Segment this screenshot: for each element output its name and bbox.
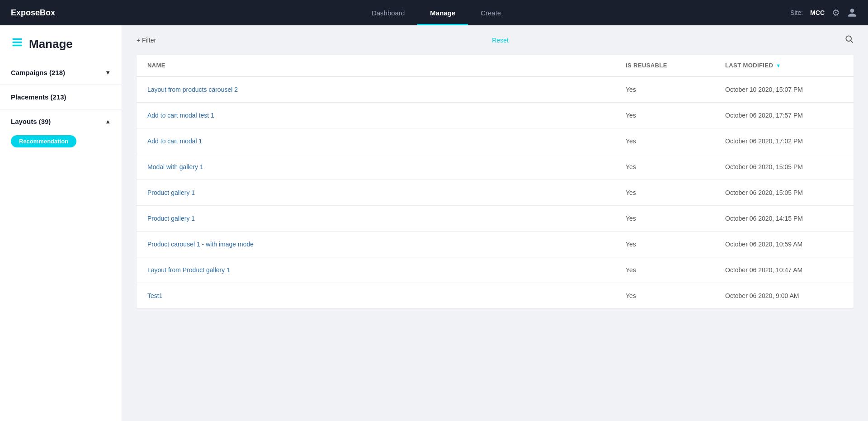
- manage-icon: [11, 36, 24, 52]
- svg-rect-0: [13, 38, 22, 40]
- row-modified: October 06 2020, 17:57 PM: [725, 112, 843, 119]
- row-reusable: Yes: [626, 266, 725, 274]
- nav-dashboard[interactable]: Dashboard: [359, 0, 417, 25]
- row-modified: October 06 2020, 15:05 PM: [725, 189, 843, 196]
- row-reusable: Yes: [626, 292, 725, 299]
- table-row[interactable]: Layout from products carousel 2 Yes Octo…: [137, 77, 854, 103]
- row-modified: October 06 2020, 15:05 PM: [725, 163, 843, 170]
- brand-logo[interactable]: ExposeBox: [11, 8, 55, 18]
- svg-line-4: [851, 41, 853, 43]
- layouts-title: Layouts (39): [11, 118, 51, 125]
- table-row[interactable]: Product gallery 1 Yes October 06 2020, 1…: [137, 206, 854, 232]
- page-title: Manage: [29, 37, 73, 51]
- row-modified: October 06 2020, 14:15 PM: [725, 215, 843, 222]
- recommendation-badge[interactable]: Recommendation: [11, 135, 76, 147]
- th-modified-label: Last modified: [725, 62, 773, 69]
- row-name[interactable]: Layout from Product gallery 1: [147, 266, 626, 274]
- filter-reset-button[interactable]: Reset: [492, 37, 509, 44]
- settings-icon[interactable]: ⚙: [832, 7, 840, 18]
- site-label: Site:: [790, 9, 803, 16]
- table-row[interactable]: Product gallery 1 Yes October 06 2020, 1…: [137, 180, 854, 206]
- table-row[interactable]: Add to cart modal test 1 Yes October 06 …: [137, 103, 854, 128]
- row-modified: October 10 2020, 15:07 PM: [725, 86, 843, 93]
- filter-left: + Filter: [137, 37, 156, 44]
- svg-rect-2: [13, 45, 22, 47]
- row-reusable: Yes: [626, 241, 725, 248]
- table-row[interactable]: Modal with gallery 1 Yes October 06 2020…: [137, 154, 854, 180]
- table-row[interactable]: Product carousel 1 - with image mode Yes…: [137, 232, 854, 257]
- placements-title: Placements (213): [11, 93, 66, 101]
- th-modified[interactable]: Last modified ▼: [725, 62, 843, 69]
- table-row[interactable]: Test1 Yes October 06 2020, 9:00 AM: [137, 283, 854, 308]
- page-layout: Manage Campaigns (218) ▼ Placements (213…: [0, 25, 868, 421]
- row-reusable: Yes: [626, 163, 725, 170]
- campaigns-header[interactable]: Campaigns (218) ▼: [0, 62, 122, 83]
- table-header: Name Is Reusable Last modified ▼: [137, 55, 854, 77]
- filter-bar: + Filter Reset: [137, 34, 854, 46]
- search-icon[interactable]: [844, 34, 854, 46]
- placements-section: Placements (213): [0, 87, 122, 107]
- row-name[interactable]: Product carousel 1 - with image mode: [147, 241, 626, 248]
- layouts-chevron: ▲: [105, 118, 111, 125]
- placements-header[interactable]: Placements (213): [0, 87, 122, 107]
- row-reusable: Yes: [626, 86, 725, 93]
- sidebar-title-area: Manage: [0, 36, 122, 62]
- th-reusable: Is Reusable: [626, 62, 725, 69]
- table-row[interactable]: Add to cart modal 1 Yes October 06 2020,…: [137, 128, 854, 154]
- row-reusable: Yes: [626, 137, 725, 145]
- layouts-table: Name Is Reusable Last modified ▼ Layout …: [137, 55, 854, 308]
- site-name: MCC: [810, 9, 825, 16]
- layouts-header[interactable]: Layouts (39) ▲: [0, 111, 122, 132]
- top-navigation: ExposeBox Dashboard Manage Create Site: …: [0, 0, 868, 25]
- topnav-right: Site: MCC ⚙: [790, 7, 857, 18]
- row-name[interactable]: Product gallery 1: [147, 215, 626, 222]
- row-reusable: Yes: [626, 112, 725, 119]
- row-reusable: Yes: [626, 189, 725, 196]
- nav-create[interactable]: Create: [468, 0, 514, 25]
- nav-links: Dashboard Manage Create: [82, 0, 790, 25]
- campaigns-section: Campaigns (218) ▼: [0, 62, 122, 83]
- table-row[interactable]: Layout from Product gallery 1 Yes Octobe…: [137, 257, 854, 283]
- row-name[interactable]: Add to cart modal test 1: [147, 112, 626, 119]
- nav-manage[interactable]: Manage: [417, 0, 468, 25]
- row-name[interactable]: Layout from products carousel 2: [147, 86, 626, 93]
- sort-arrow-icon: ▼: [776, 63, 781, 68]
- row-name[interactable]: Modal with gallery 1: [147, 163, 626, 170]
- svg-point-3: [846, 36, 851, 41]
- campaigns-title: Campaigns (218): [11, 69, 65, 76]
- user-icon[interactable]: [847, 8, 857, 18]
- divider-2: [0, 109, 122, 109]
- svg-rect-1: [13, 42, 22, 43]
- row-name[interactable]: Product gallery 1: [147, 189, 626, 196]
- row-modified: October 06 2020, 10:59 AM: [725, 241, 843, 248]
- row-name[interactable]: Add to cart modal 1: [147, 137, 626, 145]
- campaigns-chevron: ▼: [105, 69, 111, 76]
- layouts-section: Layouts (39) ▲ Recommendation: [0, 111, 122, 153]
- sidebar: Manage Campaigns (218) ▼ Placements (213…: [0, 25, 122, 421]
- filter-add-button[interactable]: + Filter: [137, 37, 156, 44]
- divider-1: [0, 85, 122, 85]
- row-modified: October 06 2020, 10:47 AM: [725, 266, 843, 274]
- main-content: + Filter Reset Name Is Reusable Last mod…: [122, 25, 868, 421]
- row-modified: October 06 2020, 9:00 AM: [725, 292, 843, 299]
- row-reusable: Yes: [626, 215, 725, 222]
- th-name: Name: [147, 62, 626, 69]
- row-modified: October 06 2020, 17:02 PM: [725, 137, 843, 145]
- row-name[interactable]: Test1: [147, 292, 626, 299]
